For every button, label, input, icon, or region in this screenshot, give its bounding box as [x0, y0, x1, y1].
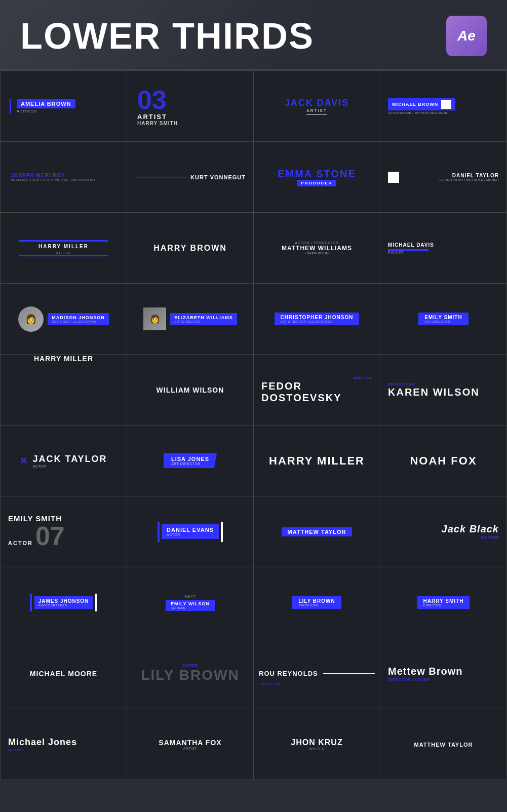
michael-brown-name: MICHAEL BROWN	[392, 102, 438, 107]
harry-miller-r3-name: HARRY MILLER	[38, 244, 89, 249]
x-icon: ✕	[20, 455, 27, 467]
ae-logo: Ae	[446, 16, 487, 56]
lily-brown-r9-role: ACTOR	[183, 664, 198, 667]
daniel-evans-name: DANIEL EVANS	[167, 527, 214, 533]
harry-smith-r8-name: HARRY SMITH	[423, 598, 464, 604]
emily-smith-r4-role: ART DIRECTOR	[424, 320, 462, 323]
next-label: NEXT	[184, 595, 196, 598]
michael-jones-name: Michael Jones	[8, 737, 77, 748]
harry-miller-r5-name: HARRY MILLER	[34, 355, 93, 363]
michael-brown-role: ILLUSTRATOR / MOTION DESIGNER	[388, 111, 447, 114]
emily-wilson-name: EMILY WILSON	[171, 601, 210, 606]
william-wilson-name: WILLIAM WILSON	[157, 386, 224, 394]
matthew-williams-subrole: LOREM IPSUM	[305, 252, 329, 255]
cell-r7c3: MATTHEW TAYLOR	[254, 496, 380, 567]
cell-r8c4: HARRY SMITH DIRECTOR	[380, 567, 507, 638]
top-bar-deco	[19, 240, 107, 242]
daniel-evans-role: ACTOR	[167, 533, 214, 536]
emily-smith-r4-name: EMILY SMITH	[424, 315, 462, 320]
rou-line-deco	[323, 673, 375, 674]
cell-r2c2: KURT VONNEGUT	[127, 142, 254, 213]
amelia-brown-name: AMELIA BROWN	[17, 99, 75, 108]
matthew-williams-name: MATTHEW WILLIAMS	[282, 245, 352, 252]
cell-r9c2: ACTOR LILY BROWN	[127, 638, 254, 709]
lily-brown-r9-name: LILY BROWN	[141, 667, 239, 683]
page-title: LOWER THIRDS	[20, 15, 314, 57]
joseph-mcelroy-role: NOVELIST, SHORT STORY WRITER, AND ESSAYI…	[11, 178, 96, 181]
lily-brown-name: LILY BROWN	[298, 598, 335, 604]
michael-davis-role: PIANIST	[388, 251, 404, 254]
christopher-jhonson-role: ART DIRECTOR / ILLUSTRATOR	[281, 320, 354, 323]
cell-r1c1: AMELIA BROWN ACTRESS	[1, 71, 127, 142]
lisa-jones-role: ART DIRECTOR	[171, 462, 209, 466]
samantha-fox-name: SAMANTHA FOX	[159, 739, 221, 747]
cell-r4c1: 👩 MADISON JHONSON DESIGNER / ILLUSTRATOR	[1, 284, 127, 355]
madison-jhonson-name: MADISON JHONSON	[52, 315, 105, 320]
kurt-line-deco	[135, 177, 186, 177]
mettew-brown-name: Mettew Brown	[388, 666, 463, 677]
fedor-dostoevsky-name: FEDOR DOSTOEVSKY	[261, 380, 372, 404]
cell-r8c2: NEXT EMILY WILSON ACTRESS	[127, 567, 254, 638]
cell-r5c3: WRITER FEDOR DOSTOEVSKY	[254, 355, 380, 426]
cell-r4c2: 👩 ELIZABETH WILLIAMS ART DIRECTOR	[127, 284, 254, 355]
mettew-brown-role: DIRECTOR / LOVER	[388, 677, 430, 682]
christopher-jhonson-name: CHRISTOPHER JHONSON	[281, 315, 354, 320]
elizabeth-williams-name: ELIZABETH WILLIAMS	[174, 315, 233, 320]
emma-stone-role: PRODUCER	[297, 180, 337, 186]
lisa-jones-name: LISA JONES	[171, 456, 209, 462]
james-jhonson-role: PHOTOGRAPHER	[38, 604, 89, 607]
vert-bar-left-deco	[158, 522, 160, 542]
cell-r6c3: HARRY MILLER	[254, 426, 380, 496]
jhon-kruz-role: WRITER	[309, 747, 325, 751]
rou-reynolds-role: MUSICIAN	[261, 682, 281, 686]
cell-r9c1: MICHAEL MOORE	[1, 638, 127, 709]
rou-reynolds-name: ROU REYNOLDS	[259, 670, 318, 677]
cell-r3c4: MICHAEL DAVIS PIANIST	[380, 213, 507, 284]
jhon-kruz-name: JHON KRUZ	[291, 738, 342, 747]
lily-brown-role: PRODUCER	[298, 604, 335, 607]
cell-r6c4: NOAH FOX	[380, 426, 507, 496]
cell-r2c3: EMMA STONE PRODUCER	[254, 142, 380, 213]
cell-r6c1: ✕ JACK TAYLOR ACTOR	[1, 426, 127, 496]
vert-bar-blue-deco	[30, 594, 32, 611]
michael-jones-role: Actor	[8, 748, 23, 752]
vert-bar-right-deco	[221, 522, 223, 542]
number-03: 03	[137, 87, 167, 113]
cell-r5c1: HARRY MILLER	[1, 355, 127, 426]
harry-smith-label: HARRY SMITH	[137, 121, 178, 126]
vert-bar-white-deco	[95, 594, 97, 611]
matthew-taylor-r10-name: MATTHEW TAYLOR	[414, 742, 473, 748]
cell-r5c4: PRODUCER KAREN WILSON	[380, 355, 507, 426]
harry-brown-name: HARRY BROWN	[153, 244, 227, 253]
jack-taylor-role: ACTOR	[32, 465, 107, 468]
karen-wilson-name: KAREN WILSON	[388, 386, 480, 398]
harry-miller-r3-role: ACTOR	[56, 251, 71, 255]
samantha-fox-role: ARTIST	[183, 747, 198, 750]
cell-r2c1: JOSEPH MCELROY NOVELIST, SHORT STORY WRI…	[1, 142, 127, 213]
jack-taylor-name: JACK TAYLOR	[32, 454, 107, 465]
cell-r10c4: MATTHEW TAYLOR	[380, 709, 507, 780]
michael-moore-name: MICHAEL MOORE	[30, 670, 97, 678]
cell-r6c2: LISA JONES ART DIRECTOR	[127, 426, 254, 496]
daniel-taylor-role: ILLUSTRATOR / MOTION DESIGNER	[440, 178, 499, 181]
lower-thirds-grid: AMELIA BROWN ACTRESS 03 ARTIST HARRY SMI…	[0, 70, 507, 780]
jack-davis-role: ARTIST	[306, 108, 327, 114]
cell-r8c1: JAMES JHONSON PHOTOGRAPHER	[1, 567, 127, 638]
amelia-brown-role: ACTRESS	[17, 109, 75, 113]
bot-bar-deco	[19, 255, 107, 256]
cell-r2c4: DANIEL TAYLOR ILLUSTRATOR / MOTION DESIG…	[380, 142, 507, 213]
fedor-role: WRITER	[353, 376, 372, 380]
michael-davis-name: MICHAEL DAVIS	[388, 242, 434, 248]
jack-black-role: Actor	[480, 535, 499, 540]
karen-role: PRODUCER	[388, 382, 415, 386]
cell-r7c4: Jack Black Actor	[380, 496, 507, 567]
cell-r4c3: CHRISTOPHER JHONSON ART DIRECTOR / ILLUS…	[254, 284, 380, 355]
cell-r9c4: Mettew Brown DIRECTOR / LOVER	[380, 638, 507, 709]
cell-r3c3: ACTOR / PRODUCER MATTHEW WILLIAMS LOREM …	[254, 213, 380, 284]
joseph-mcelroy-name: JOSEPH MCELROY	[11, 173, 65, 178]
daniel-taylor-name: DANIEL TAYLOR	[452, 173, 499, 178]
madison-avatar: 👩	[18, 306, 44, 332]
cell-r1c3: JACK DAVIS ARTIST	[254, 71, 380, 142]
white-square-deco	[441, 100, 451, 109]
elizabeth-avatar: 👩	[143, 307, 166, 330]
